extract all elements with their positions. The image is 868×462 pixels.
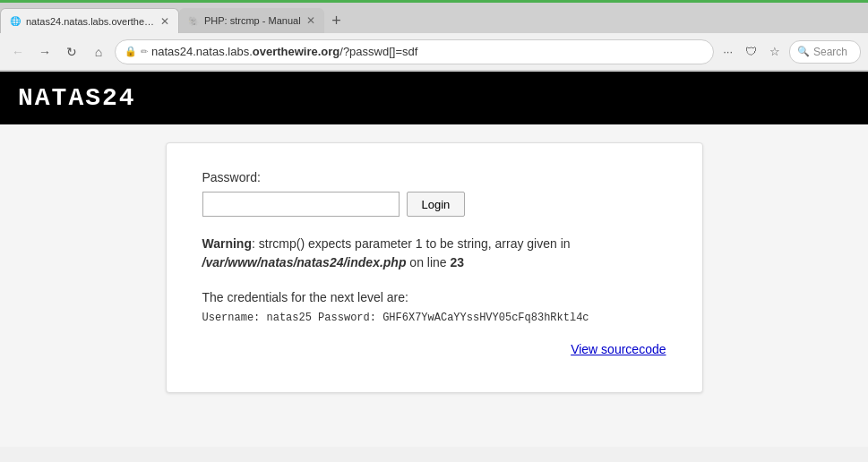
- view-sourcecode-link[interactable]: View sourcecode: [202, 342, 666, 356]
- home-button[interactable]: ⌂: [88, 41, 109, 63]
- page-body: Password: Login Warning: strcmp() expect…: [0, 124, 868, 447]
- star-icon: ☆: [769, 45, 780, 58]
- url-prefix: natas24.natas.labs.: [151, 45, 253, 58]
- password-label: Password:: [202, 170, 666, 184]
- login-button[interactable]: Login: [407, 192, 466, 217]
- edit-icon: ✏: [141, 47, 148, 56]
- tab-inactive[interactable]: 🐘 PHP: strcmp - Manual ✕: [179, 8, 324, 33]
- tab-close-1[interactable]: ✕: [160, 15, 169, 28]
- back-button[interactable]: ←: [7, 41, 29, 63]
- lock-icon: 🔒: [125, 46, 137, 57]
- search-placeholder: Search: [813, 46, 847, 58]
- forward-button[interactable]: →: [34, 41, 56, 63]
- password-row: Login: [202, 192, 666, 217]
- bookmark-button[interactable]: ☆: [766, 43, 784, 60]
- forward-icon: →: [39, 45, 51, 59]
- warning-filepath: /var/www/natas/natas24/index.php: [202, 255, 407, 270]
- more-icon: ···: [723, 45, 733, 58]
- search-icon: 🔍: [797, 46, 810, 57]
- url-text: natas24.natas.labs.overthewire.org/?pass…: [151, 45, 704, 58]
- tab-title-2: PHP: strcmp - Manual: [204, 15, 301, 26]
- tab-active[interactable]: 🌐 natas24.natas.labs.overthewire ✕: [0, 8, 179, 33]
- url-domain: overthewire.org: [253, 45, 340, 58]
- back-icon: ←: [12, 45, 24, 59]
- page-header: NATAS24: [0, 72, 868, 124]
- search-box[interactable]: 🔍 Search: [789, 40, 861, 64]
- home-icon: ⌂: [95, 45, 102, 59]
- shield-icon: 🛡: [745, 45, 757, 58]
- tab-close-2[interactable]: ✕: [306, 14, 315, 27]
- more-button[interactable]: ···: [719, 43, 736, 60]
- tab-favicon-1: 🌐: [10, 16, 21, 26]
- warning-block: Warning: strcmp() expects parameter 1 to…: [202, 235, 666, 272]
- address-bar: ← → ↻ ⌂ 🔒 ✏ natas24.natas.labs.overthewi…: [0, 33, 868, 71]
- browser-chrome: 🌐 natas24.natas.labs.overthewire ✕ 🐘 PHP…: [0, 0, 868, 72]
- warning-message: : strcmp() expects parameter 1 to be str…: [252, 236, 571, 251]
- credentials-section: The credentials for the next level are: …: [202, 290, 666, 324]
- url-path: /?passwd[]=sdf: [339, 45, 417, 58]
- credentials-code: Username: natas25 Password: GHF6X7YwACaY…: [202, 312, 666, 324]
- tab-title-1: natas24.natas.labs.overthewire: [26, 16, 155, 27]
- new-tab-button[interactable]: +: [324, 8, 349, 33]
- password-input[interactable]: [202, 192, 400, 217]
- site-title: NATAS24: [18, 84, 136, 112]
- tab-favicon-2: 🐘: [188, 16, 199, 26]
- url-bar[interactable]: 🔒 ✏ natas24.natas.labs.overthewire.org/?…: [115, 39, 714, 64]
- refresh-icon: ↻: [66, 45, 77, 59]
- credentials-title: The credentials for the next level are:: [202, 290, 666, 304]
- login-card: Password: Login Warning: strcmp() expect…: [166, 142, 703, 393]
- credentials-text: Username: natas25 Password: GHF6X7YwACaY…: [202, 312, 589, 324]
- tab-bar: 🌐 natas24.natas.labs.overthewire ✕ 🐘 PHP…: [0, 3, 868, 33]
- refresh-button[interactable]: ↻: [61, 41, 82, 63]
- shield-button[interactable]: 🛡: [742, 43, 761, 60]
- warning-line-label: on line: [406, 255, 450, 270]
- warning-line-number: 23: [451, 255, 465, 270]
- warning-label: Warning: [202, 236, 252, 251]
